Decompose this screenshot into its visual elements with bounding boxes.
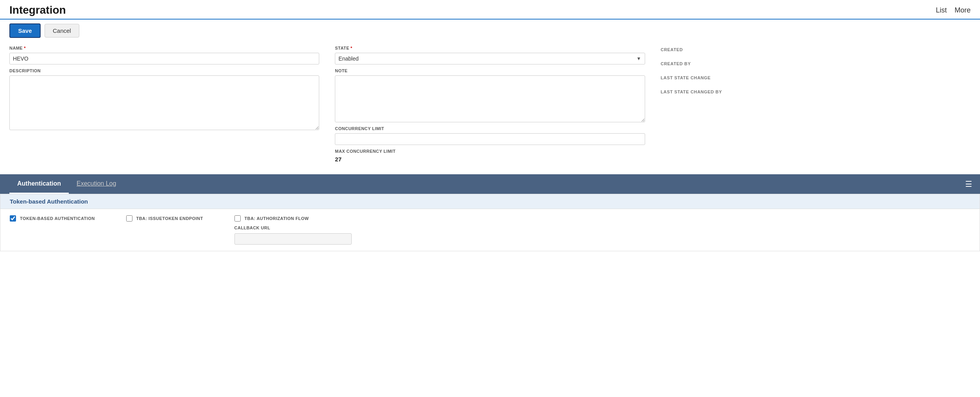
note-field-group: NOTE — [335, 68, 645, 122]
created-field-group: CREATED — [661, 47, 971, 52]
last-state-change-field-group: LAST STATE CHANGE — [661, 75, 971, 80]
concurrency-field-group: CONCURRENCY LIMIT — [335, 126, 645, 145]
max-concurrency-field-group: MAX CONCURRENCY LIMIT 27 — [335, 149, 645, 163]
state-label: STATE* — [335, 46, 645, 50]
name-required-star: * — [24, 46, 26, 50]
created-by-field-group: CREATED BY — [661, 61, 971, 66]
description-field-group: DESCRIPTION — [9, 68, 319, 130]
auth-section-title: Token-based Authentication — [10, 198, 88, 205]
page-header: Integration List More — [0, 0, 980, 20]
created-by-label: CREATED BY — [661, 61, 971, 66]
max-concurrency-label: MAX CONCURRENCY LIMIT — [335, 149, 645, 154]
form-col-2: STATE* Enabled Disabled ▼ NOTE CONCURREN… — [335, 46, 645, 163]
last-state-changed-by-field-group: LAST STATE CHANGED BY — [661, 89, 971, 94]
tab-authentication[interactable]: Authentication — [9, 175, 69, 194]
state-select-wrapper: Enabled Disabled ▼ — [335, 53, 645, 64]
last-state-changed-by-label: LAST STATE CHANGED BY — [661, 89, 971, 94]
auth-section: Token-based Authentication TOKEN-BASED A… — [0, 194, 980, 251]
description-label: DESCRIPTION — [9, 68, 319, 73]
auth-flow-checkbox[interactable] — [234, 215, 241, 222]
issuetoken-checkbox[interactable] — [126, 215, 132, 222]
note-label: NOTE — [335, 68, 645, 73]
note-input[interactable] — [335, 75, 645, 122]
header-actions: List More — [936, 6, 971, 14]
last-state-change-label: LAST STATE CHANGE — [661, 75, 971, 80]
tba-label: TOKEN-BASED AUTHENTICATION — [20, 216, 95, 221]
tba-checkbox-row: TOKEN-BASED AUTHENTICATION — [10, 215, 95, 222]
form-col-1: NAME* DESCRIPTION — [9, 46, 319, 163]
created-label: CREATED — [661, 47, 971, 52]
save-button[interactable]: Save — [9, 23, 41, 38]
max-concurrency-value: 27 — [335, 156, 645, 163]
state-select[interactable]: Enabled Disabled — [335, 53, 645, 64]
state-required-star: * — [351, 46, 352, 50]
auth-flow-section: TBA: AUTHORIZATION FLOW CALLBACK URL — [234, 215, 352, 245]
name-input[interactable] — [9, 53, 319, 64]
name-field-group: NAME* — [9, 46, 319, 64]
tab-execution-log[interactable]: Execution Log — [69, 175, 124, 193]
concurrency-label: CONCURRENCY LIMIT — [335, 126, 645, 131]
concurrency-limit-input[interactable] — [335, 133, 645, 145]
form-col-3: CREATED CREATED BY LAST STATE CHANGE LAS… — [661, 46, 971, 163]
auth-flow-checkbox-row: TBA: AUTHORIZATION FLOW — [234, 215, 352, 222]
callback-url-section: CALLBACK URL — [234, 225, 352, 245]
form-area: NAME* DESCRIPTION STATE* Enabled Disable… — [0, 42, 980, 170]
description-input[interactable] — [9, 75, 319, 130]
toolbar: Save Cancel — [0, 20, 980, 42]
callback-url-label: CALLBACK URL — [234, 225, 352, 230]
auth-body: TOKEN-BASED AUTHENTICATION TBA: ISSUETOK… — [0, 209, 980, 251]
issuetoken-checkbox-row: TBA: ISSUETOKEN ENDPOINT — [126, 215, 203, 222]
name-label: NAME* — [9, 46, 319, 50]
tabs-section: Authentication Execution Log ☰ — [0, 174, 980, 194]
issuetoken-label: TBA: ISSUETOKEN ENDPOINT — [136, 216, 203, 221]
auth-header: Token-based Authentication — [0, 194, 980, 209]
state-field-group: STATE* Enabled Disabled ▼ — [335, 46, 645, 64]
tba-checkbox[interactable] — [10, 215, 16, 222]
auth-flow-label: TBA: AUTHORIZATION FLOW — [245, 216, 309, 221]
page-title: Integration — [9, 4, 66, 16]
info-row: CREATED CREATED BY LAST STATE CHANGE LAS… — [661, 46, 971, 94]
list-icon[interactable]: ☰ — [965, 179, 972, 189]
more-link[interactable]: More — [955, 6, 971, 14]
list-link[interactable]: List — [936, 6, 947, 14]
cancel-button[interactable]: Cancel — [45, 24, 79, 38]
callback-url-input[interactable] — [234, 233, 352, 245]
